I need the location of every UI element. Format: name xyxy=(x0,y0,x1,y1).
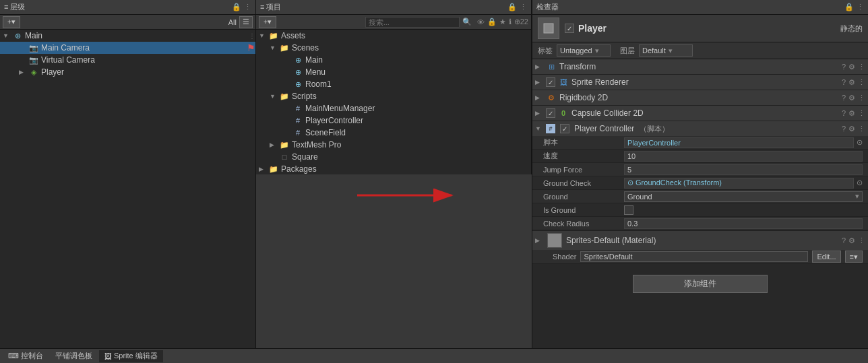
inspector-more-icon[interactable]: ⋮ xyxy=(857,3,864,11)
layer-dropdown[interactable]: Default xyxy=(639,44,693,57)
project-item-menu-scene[interactable]: ⊕ Menu xyxy=(256,66,531,78)
bottom-tab-console[interactable]: ⌨ 控制台 xyxy=(3,350,49,362)
project-item-scene-field[interactable]: # SceneField xyxy=(256,127,531,139)
project-item-scripts[interactable]: ▼ 📁 Scripts xyxy=(256,90,531,102)
sprite-enabled-checkbox[interactable]: ✓ xyxy=(546,77,555,87)
hierarchy-more-icon[interactable]: ⋮ xyxy=(244,3,251,11)
bottom-tab-color-picker[interactable]: 平铺调色板 xyxy=(50,350,98,362)
project-item-square[interactable]: □ Square xyxy=(256,151,531,163)
tag-dropdown[interactable]: Untagged xyxy=(557,44,611,57)
player-controller-header[interactable]: ▼ # ✓ Player Controller （脚本） ? ⚙ ⋮ xyxy=(532,121,868,136)
project-item-player-controller[interactable]: # PlayerController xyxy=(256,114,531,127)
project-item-main-scene[interactable]: ⊕ Main xyxy=(256,54,531,66)
menu-scene-icon: ⊕ xyxy=(292,67,303,77)
pc-help-icon[interactable]: ? xyxy=(842,125,846,133)
assets-arrow[interactable]: ▼ xyxy=(259,32,268,39)
shader-dropdown[interactable]: Sprites/Default xyxy=(580,251,808,262)
transform-more-icon[interactable]: ⋮ xyxy=(858,63,865,71)
transform-help-icon[interactable]: ? xyxy=(842,63,846,71)
material-header[interactable]: ▶ Sprites-Default (Material) ? ⚙ ⋮ xyxy=(532,231,868,250)
project-item-textmesh[interactable]: ▶ 📁 TextMesh Pro xyxy=(256,139,531,151)
hierarchy-lock-icon[interactable]: 🔒 xyxy=(232,3,241,11)
project-item-assets[interactable]: ▼ 📁 Assets xyxy=(256,30,531,42)
scripts-arrow[interactable]: ▼ xyxy=(270,93,279,100)
capsule-help-icon[interactable]: ? xyxy=(842,109,846,118)
packages-arrow[interactable]: ▶ xyxy=(259,166,268,172)
inspector-lock-icon[interactable]: 🔒 xyxy=(844,3,854,11)
player-svg-icon xyxy=(542,22,555,35)
transform-expand-icon[interactable]: ▶ xyxy=(535,63,543,70)
material-expand-icon[interactable]: ▶ xyxy=(535,237,543,244)
capsule-collider-header[interactable]: ▶ ✓ 0 Capsule Collider 2D ? ⚙ ⋮ xyxy=(532,106,868,121)
pc-expand-icon[interactable]: ▼ xyxy=(535,125,543,132)
project-lock-icon[interactable]: 🔒 xyxy=(507,3,517,11)
field-script-value[interactable]: PlayerController xyxy=(624,137,854,148)
material-help-icon[interactable]: ? xyxy=(842,236,846,245)
rigidbody-settings-icon[interactable]: ⚙ xyxy=(848,94,855,102)
add-component-button[interactable]: 添加组件 xyxy=(633,275,768,293)
shader-list-button[interactable]: ≡▾ xyxy=(845,251,863,263)
sprite-expand-icon[interactable]: ▶ xyxy=(535,79,543,86)
player-active-checkbox[interactable]: ✓ xyxy=(565,24,574,33)
project-more-icon[interactable]: ⋮ xyxy=(520,3,527,11)
pc-more-icon[interactable]: ⋮ xyxy=(858,125,865,133)
project-item-main-menu-manager[interactable]: # MainMenuManager xyxy=(256,102,531,114)
capsule-expand-icon[interactable]: ▶ xyxy=(535,110,543,117)
lock2-icon[interactable]: 🔒 xyxy=(487,18,497,26)
material-settings-icon[interactable]: ⚙ xyxy=(848,236,855,245)
hierarchy-add-button[interactable]: +▾ xyxy=(3,16,20,28)
project-item-scenes[interactable]: ▼ 📁 Scenes xyxy=(256,42,531,54)
transform-header[interactable]: ▶ ⊞ Transform ? ⚙ ⋮ xyxy=(532,59,868,74)
field-is-ground-checkbox[interactable] xyxy=(624,205,633,215)
hierarchy-filter-button[interactable]: ☰ xyxy=(239,16,253,28)
project-item-room1-scene[interactable]: ⊕ Room1 xyxy=(256,78,531,90)
sprite-help-icon[interactable]: ? xyxy=(842,78,846,87)
star-icon[interactable]: ★ xyxy=(499,18,506,26)
bottom-tab-sprite-editor[interactable]: 🖼 Sprite 编辑器 xyxy=(99,350,163,362)
rigidbody-help-icon[interactable]: ? xyxy=(842,94,846,102)
field-ground-check-link-icon[interactable]: ⊙ xyxy=(857,178,863,187)
hierarchy-item-virtual-camera[interactable]: 📷 Virtual Camera xyxy=(0,54,255,66)
scenes-arrow[interactable]: ▼ xyxy=(270,44,279,51)
info-icon[interactable]: ℹ xyxy=(509,18,512,26)
field-check-radius-value[interactable]: 0.3 xyxy=(624,218,863,229)
field-script-link-icon[interactable]: ⊙ xyxy=(857,138,863,147)
material-preview-icon xyxy=(547,233,562,248)
hierarchy-item-main[interactable]: ▼ ⊕ Main ⋮ xyxy=(0,30,255,42)
transform-settings-icon[interactable]: ⚙ xyxy=(848,63,855,71)
capsule-more-icon[interactable]: ⋮ xyxy=(858,109,865,118)
material-more-icon[interactable]: ⋮ xyxy=(858,236,865,245)
eye-icon[interactable]: 👁 xyxy=(477,18,485,26)
hierarchy-item-player[interactable]: ▶ ◈ Player xyxy=(0,66,255,78)
capsule-settings-icon[interactable]: ⚙ xyxy=(848,109,855,118)
sprite-settings-icon[interactable]: ⚙ xyxy=(848,78,855,87)
field-ground: Ground Ground xyxy=(532,190,868,203)
textmesh-arrow[interactable]: ▶ xyxy=(270,141,279,148)
scenes-folder-icon: 📁 xyxy=(279,42,290,53)
sprite-more-icon[interactable]: ⋮ xyxy=(858,78,865,87)
sprite-renderer-header[interactable]: ▶ ✓ 🖼 Sprite Renderer ? ⚙ ⋮ xyxy=(532,75,868,90)
field-jump-force-value[interactable]: 5 xyxy=(624,164,863,175)
field-ground-dropdown[interactable]: Ground xyxy=(624,191,863,202)
field-speed-label: 速度 xyxy=(543,151,624,161)
field-speed-value[interactable]: 10 xyxy=(624,151,863,162)
pc-enabled-checkbox[interactable]: ✓ xyxy=(560,124,569,133)
capsule-enabled-checkbox[interactable]: ✓ xyxy=(546,108,555,118)
inspector-topbar: ✓ Player 静态的 xyxy=(532,15,868,42)
player-expand-arrow[interactable]: ▶ xyxy=(19,69,28,75)
main-more-icon[interactable]: ⋮ xyxy=(249,32,255,40)
rigidbody-expand-icon[interactable]: ▶ xyxy=(535,94,543,101)
rigidbody2d-header[interactable]: ▶ ⚙ Rigidbody 2D ? ⚙ ⋮ xyxy=(532,90,868,105)
console-label: 控制台 xyxy=(21,351,43,361)
shader-edit-button[interactable]: Edit... xyxy=(812,251,840,263)
rigidbody-more-icon[interactable]: ⋮ xyxy=(858,94,865,102)
pc-settings-icon[interactable]: ⚙ xyxy=(848,125,855,133)
project-search-input[interactable] xyxy=(365,17,460,28)
sprite-renderer-component: ▶ ✓ 🖼 Sprite Renderer ? ⚙ ⋮ xyxy=(532,75,868,90)
hierarchy-item-main-camera[interactable]: 📷 Main Camera ⚑ xyxy=(0,42,255,54)
player-name-row: ✓ Player 静态的 xyxy=(565,23,863,34)
project-item-packages[interactable]: ▶ 📁 Packages xyxy=(256,163,531,174)
main-expand-arrow[interactable]: ▼ xyxy=(3,32,12,39)
project-add-button[interactable]: +▾ xyxy=(259,16,276,28)
field-ground-check-value[interactable]: ⊙ GroundCheck (Transform) xyxy=(624,178,854,189)
